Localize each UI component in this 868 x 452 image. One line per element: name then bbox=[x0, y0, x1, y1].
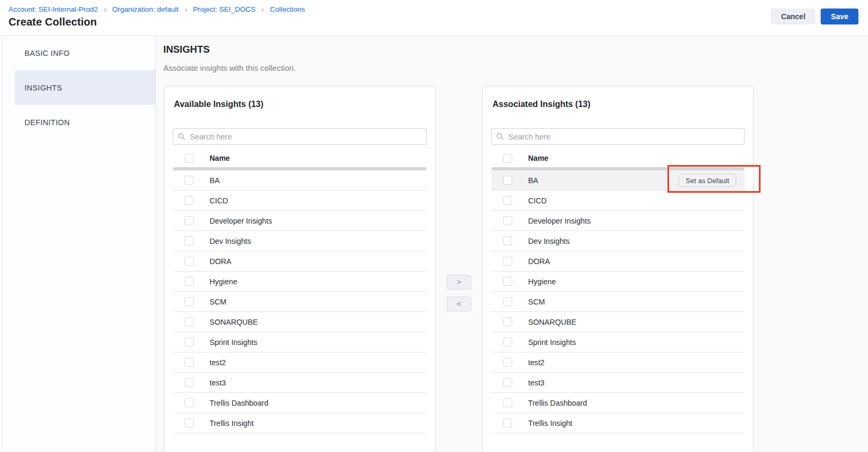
content-area: BASIC INFO INSIGHTS DEFINITION INSIGHTS … bbox=[0, 36, 868, 452]
select-all-checkbox[interactable] bbox=[185, 154, 194, 163]
row-checkbox[interactable] bbox=[503, 398, 512, 407]
row-label: DORA bbox=[528, 257, 550, 266]
row-label: CICD bbox=[528, 196, 547, 205]
row-checkbox[interactable] bbox=[185, 358, 194, 367]
table-row[interactable]: SCM bbox=[173, 292, 427, 312]
select-all-checkbox[interactable] bbox=[503, 154, 512, 163]
table-row[interactable]: Trellis Dashboard bbox=[173, 393, 427, 413]
breadcrumb: Account: SEI-Internal-Prod2 › Organizati… bbox=[9, 5, 305, 14]
row-checkbox[interactable] bbox=[185, 196, 194, 205]
table-row[interactable]: BA bbox=[173, 170, 427, 191]
table-row[interactable]: Dev Insights bbox=[491, 231, 745, 251]
table-row[interactable]: SCM bbox=[491, 292, 745, 312]
row-checkbox[interactable] bbox=[503, 418, 512, 428]
table-header: Name bbox=[491, 149, 745, 167]
chevron-left-icon: < bbox=[456, 299, 461, 309]
row-label: Developer Insights bbox=[210, 217, 272, 225]
row-checkbox[interactable] bbox=[503, 196, 512, 205]
table-row[interactable]: CICD bbox=[491, 191, 745, 211]
row-checkbox[interactable] bbox=[503, 277, 512, 286]
row-checkbox[interactable] bbox=[185, 398, 194, 407]
set-as-default-button[interactable]: Set as Default bbox=[679, 174, 736, 187]
row-checkbox[interactable] bbox=[185, 176, 194, 185]
table-row[interactable]: test3 bbox=[173, 373, 427, 393]
page-title: Create Collection bbox=[9, 16, 97, 28]
section-subheading: Associate insights with this collection. bbox=[163, 63, 296, 72]
row-label: CICD bbox=[210, 196, 228, 205]
table-row[interactable]: Developer Insights bbox=[173, 211, 427, 231]
breadcrumb-link-organization[interactable]: Organization: default bbox=[112, 5, 179, 13]
row-label: Sprint Insights bbox=[210, 338, 257, 347]
table-row[interactable]: DORA bbox=[491, 251, 745, 272]
row-label: Trellis Dashboard bbox=[210, 399, 269, 407]
move-left-button[interactable]: < bbox=[447, 297, 471, 311]
table-row[interactable]: Trellis Insight bbox=[491, 413, 745, 433]
available-insights-panel: Available Insights (13) Name BA CICD Dev… bbox=[164, 86, 436, 452]
table-row[interactable]: Developer Insights bbox=[491, 211, 745, 231]
table-row[interactable]: Trellis Dashboard bbox=[491, 393, 745, 413]
row-checkbox[interactable] bbox=[503, 378, 512, 387]
section-heading: INSIGHTS bbox=[163, 44, 210, 55]
row-checkbox[interactable] bbox=[185, 216, 194, 225]
associated-rows: BA Set as Default CICD Developer Insight… bbox=[491, 170, 745, 433]
table-row[interactable]: Hygiene bbox=[173, 272, 427, 292]
table-row[interactable]: Hygiene bbox=[491, 272, 745, 292]
move-right-button[interactable]: > bbox=[447, 275, 471, 290]
breadcrumb-link-project[interactable]: Project: SEI_DOCS bbox=[193, 5, 256, 13]
row-label: BA bbox=[210, 176, 220, 185]
row-checkbox[interactable] bbox=[185, 277, 194, 286]
sidebar-item-definition[interactable]: DEFINITION bbox=[0, 105, 155, 139]
row-label: Trellis Insight bbox=[528, 419, 572, 428]
row-label: test2 bbox=[210, 358, 226, 367]
row-label: Developer Insights bbox=[528, 217, 591, 225]
available-panel-title: Available Insights (13) bbox=[174, 100, 425, 109]
table-row[interactable]: DORA bbox=[173, 251, 427, 272]
row-checkbox[interactable] bbox=[503, 297, 512, 306]
row-checkbox[interactable] bbox=[503, 176, 512, 185]
row-label: SCM bbox=[210, 298, 227, 306]
row-checkbox[interactable] bbox=[185, 236, 194, 245]
save-button[interactable]: Save bbox=[821, 9, 858, 24]
cancel-button[interactable]: Cancel bbox=[771, 9, 815, 24]
sidebar-item-basic-info[interactable]: BASIC INFO bbox=[0, 36, 155, 70]
associated-panel-title: Associated Insights (13) bbox=[493, 100, 744, 109]
left-edge-divider bbox=[2, 36, 3, 452]
row-checkbox[interactable] bbox=[503, 216, 512, 225]
table-row[interactable]: Sprint Insights bbox=[173, 332, 427, 352]
search-input[interactable] bbox=[491, 128, 745, 145]
table-row[interactable]: SONARQUBE bbox=[173, 312, 427, 332]
row-checkbox[interactable] bbox=[503, 236, 512, 245]
table-row[interactable]: test2 bbox=[173, 352, 427, 373]
search-input[interactable] bbox=[173, 128, 427, 145]
table-row[interactable]: CICD bbox=[173, 191, 427, 211]
table-row[interactable]: Dev Insights bbox=[173, 231, 427, 251]
row-checkbox[interactable] bbox=[503, 338, 512, 347]
row-label: test2 bbox=[528, 358, 545, 367]
table-row[interactable]: test2 bbox=[491, 352, 745, 373]
breadcrumb-link-account[interactable]: Account: SEI-Internal-Prod2 bbox=[9, 5, 98, 13]
available-rows: BA CICD Developer Insights Dev Insights … bbox=[173, 170, 427, 433]
row-checkbox[interactable] bbox=[503, 317, 512, 326]
table-header: Name bbox=[173, 149, 427, 167]
row-checkbox[interactable] bbox=[503, 257, 512, 266]
row-checkbox[interactable] bbox=[503, 358, 512, 367]
table-row-highlighted[interactable]: BA Set as Default bbox=[491, 170, 745, 191]
breadcrumb-link-collections[interactable]: Collections bbox=[270, 5, 305, 13]
row-checkbox[interactable] bbox=[185, 418, 194, 428]
chevron-right-icon: › bbox=[185, 5, 187, 14]
row-label: Dev Insights bbox=[528, 237, 570, 245]
table-row[interactable]: Sprint Insights bbox=[491, 332, 745, 352]
sidebar-item-insights[interactable]: INSIGHTS bbox=[15, 70, 155, 105]
row-checkbox[interactable] bbox=[185, 257, 194, 266]
table-row[interactable]: SONARQUBE bbox=[491, 312, 745, 332]
row-label: SONARQUBE bbox=[210, 318, 258, 326]
row-label: test3 bbox=[210, 379, 226, 387]
row-checkbox[interactable] bbox=[185, 297, 194, 306]
row-checkbox[interactable] bbox=[185, 338, 194, 347]
row-label: Hygiene bbox=[210, 277, 237, 286]
row-checkbox[interactable] bbox=[185, 317, 194, 326]
row-checkbox[interactable] bbox=[185, 378, 194, 387]
table-row[interactable]: Trellis Insight bbox=[173, 413, 427, 433]
table-row[interactable]: test3 bbox=[491, 373, 745, 393]
page-header: Account: SEI-Internal-Prod2 › Organizati… bbox=[0, 0, 868, 36]
